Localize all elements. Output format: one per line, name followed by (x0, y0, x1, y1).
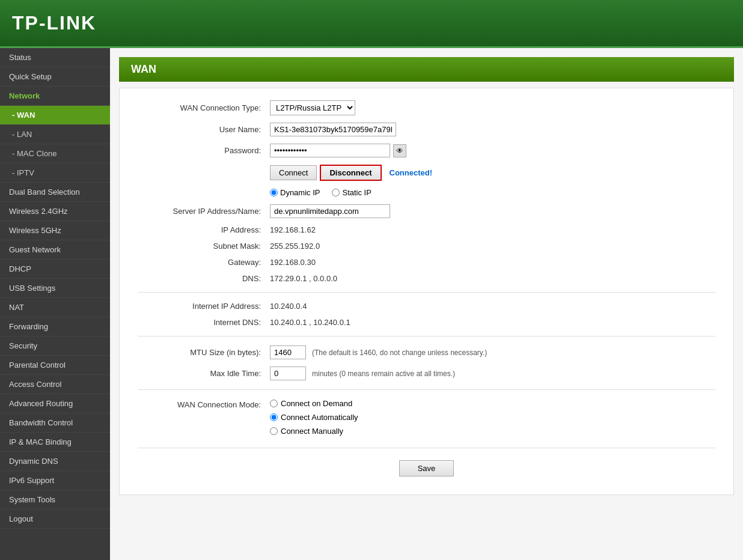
show-password-icon[interactable]: 👁 (393, 144, 406, 157)
dns-label: DNS: (138, 274, 270, 283)
mtu-row: MTU Size (in bytes): (The default is 146… (138, 345, 715, 359)
sidebar-item-ipv6-support[interactable]: IPv6 Support (0, 471, 110, 490)
max-idle-input[interactable] (270, 367, 306, 380)
disconnect-button[interactable]: Disconnect (320, 165, 381, 181)
ip-address-row: IP Address: 192.168.1.62 (138, 225, 715, 234)
sidebar-item-usb-settings[interactable]: USB Settings (0, 279, 110, 298)
password-input[interactable] (270, 144, 390, 157)
sidebar-item-system-tools[interactable]: System Tools (0, 490, 110, 510)
username-label: User Name: (138, 125, 270, 134)
divider-3 (138, 389, 715, 390)
divider-2 (138, 336, 715, 336)
wan-type-row: WAN Connection Type: L2TP/Russia L2TP (138, 100, 715, 115)
ip-type-row: Dynamic IP Static IP (138, 188, 715, 197)
connect-automatically-text: Connect Automatically (281, 413, 358, 422)
max-idle-label: Max Idle Time: (138, 369, 270, 378)
sidebar-item-mac-clone[interactable]: - MAC Clone (0, 144, 110, 163)
connected-status: Connected! (390, 168, 433, 177)
password-label: Password: (138, 146, 270, 155)
password-wrapper: 👁 (270, 144, 406, 157)
wan-mode-label: WAN Connection Mode: (138, 399, 270, 409)
internet-dns-label: Internet DNS: (138, 318, 270, 327)
max-idle-row: Max Idle Time: minutes (0 means remain a… (138, 367, 715, 380)
max-idle-hint: minutes (0 means remain active at all ti… (312, 370, 455, 378)
dns-value: 172.29.0.1 , 0.0.0.0 (270, 274, 337, 283)
sidebar-item-dhcp[interactable]: DHCP (0, 260, 110, 279)
ip-address-label: IP Address: (138, 225, 270, 234)
connect-on-demand-option: Connect on Demand (270, 399, 358, 408)
subnet-mask-row: Subnet Mask: 255.255.192.0 (138, 242, 715, 251)
sidebar-item-wireless-24[interactable]: Wireless 2.4GHz (0, 202, 110, 221)
subnet-mask-label: Subnet Mask: (138, 242, 270, 251)
static-ip-radio[interactable] (332, 189, 340, 196)
connect-button[interactable]: Connect (270, 165, 317, 180)
main-layout: Status Quick Setup Network - WAN - LAN -… (0, 48, 743, 560)
sidebar-item-logout[interactable]: Logout (0, 510, 110, 529)
dns-row: DNS: 172.29.0.1 , 0.0.0.0 (138, 274, 715, 283)
connect-manually-option: Connect Manually (270, 427, 358, 436)
dynamic-ip-radio[interactable] (270, 189, 278, 196)
divider-1 (138, 292, 715, 293)
connect-automatically-radio[interactable] (270, 413, 278, 421)
dynamic-ip-radio-label[interactable]: Dynamic IP (270, 188, 320, 197)
mtu-input[interactable] (270, 345, 306, 359)
internet-ip-label: Internet IP Address: (138, 302, 270, 311)
sidebar-item-bandwidth-control[interactable]: Bandwidth Control (0, 413, 110, 433)
sidebar-item-ip-mac-binding[interactable]: IP & MAC Binding (0, 433, 110, 452)
mtu-hint: (The default is 1460, do not change unle… (312, 348, 487, 357)
ip-type-radio-group: Dynamic IP Static IP (270, 188, 372, 197)
sidebar-item-nat[interactable]: NAT (0, 298, 110, 317)
sidebar-item-access-control[interactable]: Access Control (0, 375, 110, 394)
sidebar-item-advanced-routing[interactable]: Advanced Routing (0, 394, 110, 413)
sidebar-item-iptv[interactable]: - IPTV (0, 163, 110, 183)
username-input[interactable] (270, 123, 396, 136)
sidebar-item-lan[interactable]: - LAN (0, 125, 110, 144)
wan-type-label: WAN Connection Type: (138, 103, 270, 112)
wan-type-select[interactable]: L2TP/Russia L2TP (270, 100, 355, 115)
sidebar-item-dual-band[interactable]: Dual Band Selection (0, 183, 110, 202)
sidebar: Status Quick Setup Network - WAN - LAN -… (0, 48, 110, 560)
connect-manually-radio[interactable] (270, 427, 278, 435)
internet-dns-value: 10.240.0.1 , 10.240.0.1 (270, 318, 350, 327)
internet-dns-row: Internet DNS: 10.240.0.1 , 10.240.0.1 (138, 318, 715, 327)
sidebar-item-forwarding[interactable]: Forwarding (0, 317, 110, 336)
wan-mode-options: Connect on Demand Connect Automatically … (270, 399, 358, 436)
sidebar-item-parental-control[interactable]: Parental Control (0, 356, 110, 375)
gateway-value: 192.168.0.30 (270, 258, 316, 267)
header: TP-LINK (0, 0, 743, 48)
connect-on-demand-radio[interactable] (270, 400, 278, 407)
mtu-label: MTU Size (in bytes): (138, 348, 270, 357)
sidebar-item-network[interactable]: Network (0, 87, 110, 106)
ip-address-value: 192.168.1.62 (270, 225, 316, 234)
sidebar-item-wan[interactable]: - WAN (0, 106, 110, 125)
static-ip-text: Static IP (342, 188, 371, 197)
dynamic-ip-text: Dynamic IP (280, 188, 320, 197)
server-ip-row: Server IP Address/Name: (138, 204, 715, 218)
connect-row: Connect Disconnect Connected! (138, 165, 715, 181)
sidebar-item-security[interactable]: Security (0, 336, 110, 356)
sidebar-item-quick-setup[interactable]: Quick Setup (0, 67, 110, 87)
sidebar-item-guest-network[interactable]: Guest Network (0, 240, 110, 260)
internet-ip-row: Internet IP Address: 10.240.0.4 (138, 302, 715, 311)
sidebar-item-status[interactable]: Status (0, 48, 110, 67)
gateway-label: Gateway: (138, 258, 270, 267)
save-button[interactable]: Save (399, 460, 454, 476)
sidebar-item-dynamic-dns[interactable]: Dynamic DNS (0, 452, 110, 471)
form-area: WAN Connection Type: L2TP/Russia L2TP Us… (119, 88, 734, 495)
gateway-row: Gateway: 192.168.0.30 (138, 258, 715, 267)
content-area: WAN WAN Connection Type: L2TP/Russia L2T… (110, 48, 743, 560)
server-ip-input[interactable] (270, 204, 390, 218)
logo: TP-LINK (12, 12, 96, 34)
server-ip-label: Server IP Address/Name: (138, 207, 270, 216)
connect-automatically-option: Connect Automatically (270, 413, 358, 422)
connect-manually-text: Connect Manually (281, 427, 343, 436)
wan-mode-row: WAN Connection Mode: Connect on Demand C… (138, 399, 715, 436)
password-row: Password: 👁 (138, 144, 715, 157)
internet-ip-value: 10.240.0.4 (270, 302, 307, 311)
username-row: User Name: (138, 123, 715, 136)
sidebar-item-wireless-5[interactable]: Wireless 5GHz (0, 221, 110, 240)
save-section: Save (138, 448, 715, 476)
static-ip-radio-label[interactable]: Static IP (332, 188, 371, 197)
connect-on-demand-text: Connect on Demand (281, 399, 352, 408)
subnet-mask-value: 255.255.192.0 (270, 242, 320, 251)
